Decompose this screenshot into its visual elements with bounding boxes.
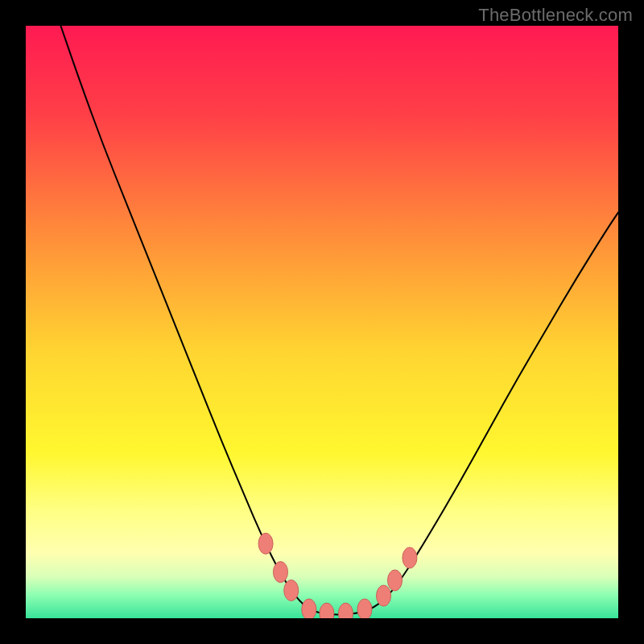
curve-marker — [273, 562, 287, 583]
curve-marker — [377, 585, 391, 606]
curve-marker — [402, 547, 417, 568]
gradient-background — [26, 26, 618, 618]
curve-marker — [357, 599, 372, 618]
watermark-text: TheBottleneck.com — [478, 5, 633, 26]
curve-marker — [284, 580, 299, 601]
chart-svg — [26, 26, 618, 618]
chart-frame: TheBottleneck.com — [0, 0, 644, 644]
curve-marker — [388, 570, 402, 591]
curve-marker — [258, 533, 273, 554]
curve-marker — [302, 599, 316, 618]
chart-plot-area — [26, 26, 618, 618]
